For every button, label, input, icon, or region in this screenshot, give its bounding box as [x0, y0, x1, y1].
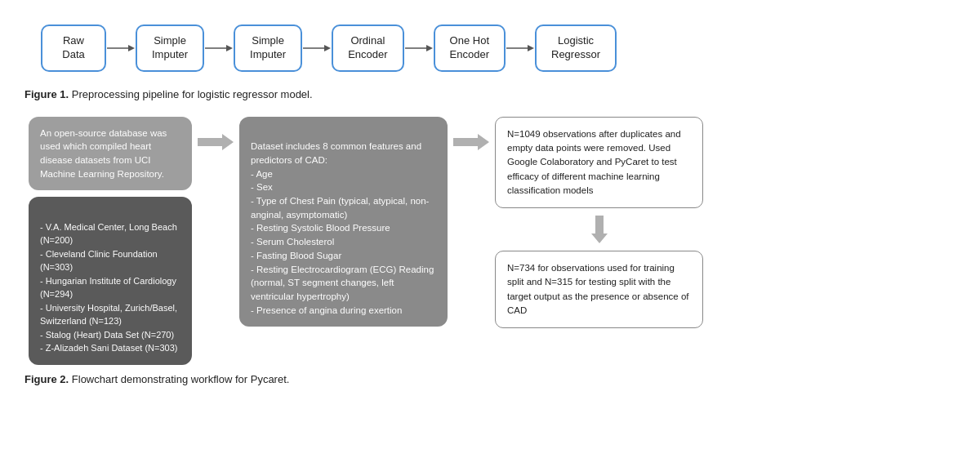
flow-mid-col: Dataset includes 8 common features and p…: [235, 117, 452, 327]
pipeline-node-raw-data: RawData: [41, 24, 106, 72]
svg-marker-12: [591, 216, 608, 243]
pipeline-arrow-3: [302, 42, 332, 55]
pipeline-node-ordinal-encoder: OrdinalEncoder: [332, 24, 403, 72]
box-top-right: N=1049 observations after duplicates and…: [495, 117, 703, 208]
pipeline-arrow-4: [404, 42, 434, 55]
figure1-caption-bold: Figure 1.: [24, 88, 69, 100]
flow-arrow-left-to-mid: [196, 117, 235, 151]
pipeline-arrow-1: [106, 42, 136, 55]
flow-arrow-mid-to-right: [452, 117, 491, 151]
flowchart-diagram: An open-source database was used which c…: [24, 117, 956, 365]
flow-right-col: N=1049 observations after duplicates and…: [491, 117, 707, 328]
figure2-caption: Figure 2. Flowchart demonstrating workfl…: [24, 373, 289, 385]
svg-marker-10: [198, 134, 234, 150]
box-bottom-left: - V.A. Medical Center, Long Beach (N=200…: [29, 197, 192, 365]
box-mid: Dataset includes 8 common features and p…: [239, 117, 448, 327]
figure2-caption-text: Flowchart demonstrating workflow for Pyc…: [69, 373, 289, 385]
figure2-section: An open-source database was used which c…: [24, 117, 956, 389]
flow-arrow-down: [590, 215, 608, 244]
svg-marker-11: [453, 134, 489, 150]
svg-marker-5: [324, 45, 331, 51]
figure1-caption-text: Preprocessing pipeline for logistic regr…: [69, 88, 312, 100]
svg-marker-7: [426, 45, 433, 51]
svg-marker-9: [528, 45, 534, 51]
figure1-section: RawData SimpleImputer SimpleImputer Ordi…: [24, 16, 956, 104]
svg-marker-3: [226, 45, 233, 51]
pipeline-node-simple-imputer-2: SimpleImputer: [234, 24, 302, 72]
pipeline-diagram: RawData SimpleImputer SimpleImputer Ordi…: [24, 16, 633, 80]
figure2-caption-bold: Figure 2.: [24, 373, 69, 385]
box-bottom-right: N=734 for observations used for training…: [495, 251, 703, 328]
pipeline-node-logistic-regressor: LogisticRegressor: [535, 24, 617, 72]
flow-left-col: An open-source database was used which c…: [24, 117, 196, 365]
svg-marker-1: [128, 45, 135, 51]
pipeline-arrow-2: [204, 42, 234, 55]
box-top-left: An open-source database was used which c…: [29, 117, 192, 191]
pipeline-arrow-5: [506, 42, 535, 55]
pipeline-node-one-hot-encoder: One HotEncoder: [434, 24, 506, 72]
figure1-caption: Figure 1. Preprocessing pipeline for log…: [24, 88, 313, 100]
pipeline-node-simple-imputer-1: SimpleImputer: [136, 24, 204, 72]
